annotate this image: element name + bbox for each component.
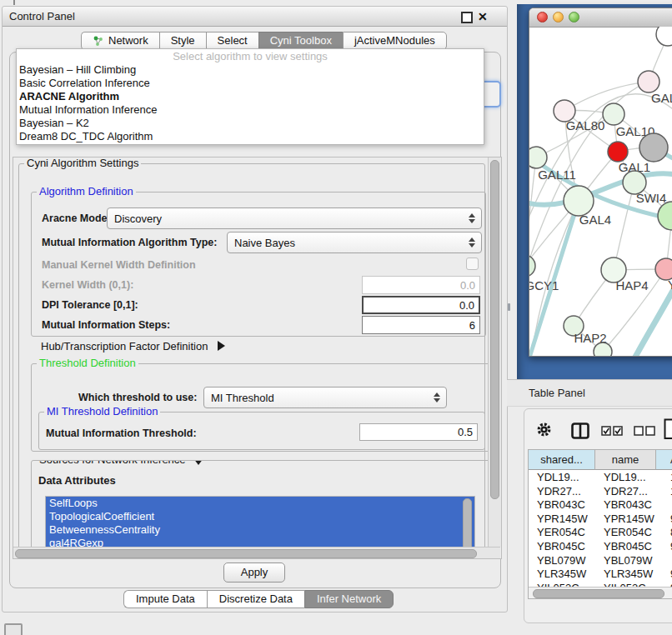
bottom-tab-discretize-data[interactable]: Discretize Data <box>207 590 304 608</box>
algorithm-option[interactable]: Bayesian – Hill Climbing <box>17 63 484 77</box>
sources-title: Sources for Network Inference <box>37 460 206 466</box>
network-edge-thick[interactable] <box>623 291 672 356</box>
table-cell: YDL19... <box>604 471 646 485</box>
float-panel-icon[interactable] <box>461 12 473 23</box>
network-node-gcy1[interactable] <box>529 255 535 277</box>
aracne-mode-select[interactable]: Discovery <box>107 208 482 229</box>
network-window-titlebar[interactable] <box>529 8 672 28</box>
bottom-tab-impute-data[interactable]: Impute Data <box>123 590 207 608</box>
column-header[interactable]: A <box>656 450 672 470</box>
hub-section-label: Hub/Transcription Factor Definition <box>41 340 208 352</box>
cyni-settings-title: Cyni Algorithm Settings <box>24 157 141 169</box>
dpi-tolerance-field[interactable] <box>362 296 480 314</box>
table-hscrollbar-thumb[interactable] <box>533 589 664 598</box>
minimize-traffic-light-icon[interactable] <box>553 12 564 22</box>
zoom-traffic-light-icon[interactable] <box>569 12 579 22</box>
algorithm-option[interactable]: Dream8 DC_TDC Algorithm <box>17 130 484 143</box>
column-header[interactable]: shared... <box>529 450 595 470</box>
network-node-gal10[interactable] <box>603 103 624 125</box>
split-divider-handle[interactable] <box>508 303 510 311</box>
kernel-width-field[interactable] <box>362 276 480 294</box>
network-node-gal4[interactable] <box>564 186 594 216</box>
aracne-mode-label: Aracne Mode: <box>42 212 111 224</box>
close-icon[interactable]: ✕ <box>478 8 488 25</box>
table-row[interactable]: YDR27...YDR27...12 <box>529 485 672 499</box>
top-tab-bar: NetworkStyleSelectCyni ToolboxjActiveMNo… <box>81 32 447 50</box>
top-tick <box>13 0 15 5</box>
settings-vscrollbar[interactable] <box>488 158 501 547</box>
close-traffic-light-icon[interactable] <box>537 12 548 22</box>
table-row[interactable]: YBL079WYBL079W <box>529 554 672 568</box>
settings-vscrollbar-thumb[interactable] <box>490 160 499 499</box>
table-row[interactable]: YER054CYER054C8. <box>529 526 672 540</box>
attribute-item[interactable]: TopologicalCoefficient <box>46 510 474 523</box>
algorithm-option[interactable]: Basic Correlation Inference <box>17 77 484 90</box>
threshold-definition-title: Threshold Definition <box>37 357 138 369</box>
table-cell: YBL079W <box>604 554 653 568</box>
algorithm-option[interactable]: Bayesian – K2 <box>17 117 484 130</box>
network-node-label: GAL11 <box>538 168 576 182</box>
settings-hscrollbar[interactable] <box>13 547 500 559</box>
minimized-window-icon[interactable] <box>4 623 23 635</box>
attr-items: SelfLoopsTopologicalCoefficientBetweenne… <box>46 497 474 550</box>
network-node-gal[interactable] <box>638 71 659 92</box>
checked-pair-icon[interactable] <box>601 425 623 440</box>
mi-threshold-group: MI Threshold Definition Mutual Informati… <box>38 412 485 450</box>
network-node[interactable] <box>594 342 612 356</box>
threshold-definition-group: Threshold Definition Which threshold to … <box>31 363 491 452</box>
mi-type-select[interactable]: Naive Bayes <box>227 232 482 253</box>
table-panel-title: Table Panel <box>529 380 585 406</box>
mi-threshold-label: Mutual Information Threshold: <box>46 428 197 439</box>
table-cell: YPR145W <box>604 512 654 527</box>
table-hscrollbar[interactable] <box>529 587 672 599</box>
table-row[interactable]: YBR043CYBR043C <box>529 498 672 512</box>
attribute-item[interactable]: SelfLoops <box>46 497 474 510</box>
gear-icon[interactable] <box>536 422 552 441</box>
table-row[interactable]: YPR145WYPR145W9. <box>529 512 672 527</box>
tab-jactivemnodules[interactable]: jActiveMNodules <box>343 32 447 50</box>
tab-select[interactable]: Select <box>206 32 258 50</box>
expand-right-icon <box>218 341 225 351</box>
hub-section-toggle[interactable]: Hub/Transcription Factor Definition <box>41 340 225 352</box>
settings-hscrollbar-thumb[interactable] <box>15 549 477 558</box>
algorithm-placeholder: Select algorithm to view settings <box>17 49 484 63</box>
attr-list-scrollbar-thumb[interactable] <box>463 498 472 552</box>
network-view-window[interactable]: GALGAL80GAL10GAL1GAL11SWI4GAL4GCY1HAP4YH… <box>529 8 672 357</box>
network-node[interactable] <box>639 133 668 162</box>
spinner-arrows-icon <box>465 238 479 248</box>
tab-label: Network <box>108 32 148 49</box>
collapse-down-icon[interactable] <box>193 460 203 465</box>
tab-style[interactable]: Style <box>159 32 206 50</box>
algorithm-option[interactable]: Mutual Information Inference <box>17 103 484 117</box>
network-node-label: GCY1 <box>529 278 559 292</box>
network-svg[interactable]: GALGAL80GAL10GAL1GAL11SWI4GAL4GCY1HAP4YH… <box>529 27 672 356</box>
table-row[interactable]: YLR345WYLR345W9. <box>529 568 672 582</box>
bottom-tab-infer-network[interactable]: Infer Network <box>304 590 394 608</box>
apply-button[interactable]: Apply <box>223 562 285 582</box>
which-threshold-select[interactable]: MI Threshold <box>203 387 447 408</box>
table-cell: YER054C <box>537 526 585 540</box>
manual-kernel-checkbox[interactable] <box>466 258 479 270</box>
table-row[interactable]: YDL19...YDL19...13 <box>529 471 672 485</box>
spinner-arrows-icon <box>465 213 479 223</box>
network-edge[interactable] <box>614 182 634 270</box>
table-cell: YBR043C <box>537 498 585 512</box>
attribute-item[interactable]: BetweennessCentrality <box>46 523 474 537</box>
column-header[interactable]: name <box>595 450 656 470</box>
table-row[interactable]: YBR045CYBR045C9. <box>529 540 672 554</box>
table-cell: YDL19... <box>537 471 579 485</box>
mi-threshold-field[interactable] <box>359 423 478 441</box>
network-node-gal1[interactable] <box>608 142 628 162</box>
tab-network[interactable]: Network <box>81 32 159 50</box>
algorithm-option[interactable]: ARACNE Algorithm <box>17 90 484 103</box>
network-node[interactable] <box>658 202 672 230</box>
tab-cyni-toolbox[interactable]: Cyni Toolbox <box>258 32 343 50</box>
network-node-gal11[interactable] <box>529 147 547 168</box>
screen: Control Panel ✕ NetworkStyleSelectCyni T… <box>0 0 672 635</box>
network-node-label: GAL <box>651 91 672 105</box>
unchecked-pair-icon[interactable] <box>634 425 655 440</box>
mi-steps-field[interactable] <box>362 316 480 334</box>
columns-icon[interactable] <box>571 422 589 442</box>
document-icon[interactable] <box>664 418 672 443</box>
network-node[interactable] <box>656 27 672 46</box>
